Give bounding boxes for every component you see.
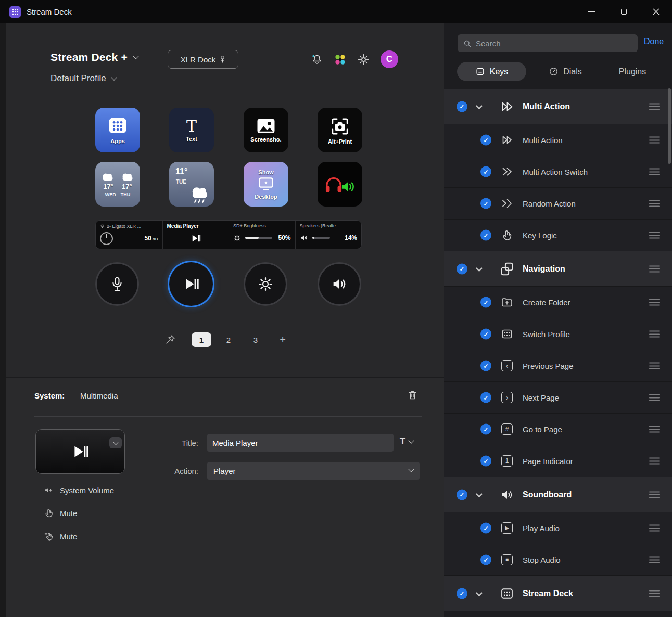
chevron-down-icon[interactable] [476, 491, 483, 497]
checked-circle-icon[interactable] [480, 361, 491, 371]
drag-handle-icon[interactable] [649, 169, 660, 175]
drag-handle-icon[interactable] [649, 491, 660, 498]
action-item-create-folder[interactable]: Create Folder [444, 287, 672, 318]
checked-circle-icon[interactable] [457, 101, 467, 112]
page-button-1[interactable]: 1 [192, 332, 211, 347]
scrollbar-thumb[interactable] [668, 88, 671, 164]
dial-play-pause[interactable] [168, 261, 214, 307]
checked-circle-icon[interactable] [457, 263, 467, 274]
title-input[interactable] [207, 434, 394, 452]
checked-circle-icon[interactable] [480, 297, 491, 308]
action-select[interactable]: Player [207, 462, 420, 480]
checked-circle-icon[interactable] [480, 523, 491, 534]
chevron-down-icon[interactable] [133, 53, 138, 59]
chevron-down-icon[interactable] [476, 589, 483, 596]
page-button-2[interactable]: 2 [219, 332, 238, 347]
tab-dials[interactable]: Dials [539, 62, 591, 81]
action-item-next-page[interactable]: › Next Page [444, 382, 672, 414]
drag-handle-icon[interactable] [649, 557, 660, 563]
maximize-button[interactable] [607, 0, 640, 23]
action-group-soundboard[interactable]: Soundboard [444, 477, 672, 512]
preview-options-button[interactable] [109, 437, 122, 448]
key-screenshot[interactable]: Screensho. [244, 108, 288, 152]
close-button[interactable] [640, 0, 672, 23]
font-style-button[interactable]: T [400, 436, 413, 447]
option-mute-1[interactable]: Mute [44, 506, 77, 520]
delete-action-icon[interactable] [407, 389, 418, 401]
tab-keys[interactable]: Keys [457, 62, 526, 81]
checked-circle-icon[interactable] [480, 198, 491, 209]
brightness-slider[interactable] [245, 237, 272, 239]
action-group-stream-deck[interactable]: Stream Deck [444, 576, 672, 611]
key-show-desktop[interactable]: Show Desktop [244, 162, 288, 207]
drag-handle-icon[interactable] [649, 394, 660, 401]
checked-circle-icon[interactable] [480, 392, 491, 403]
done-link[interactable]: Done [644, 37, 664, 46]
drag-handle-icon[interactable] [649, 363, 660, 369]
action-item-page-indicator[interactable]: 1 Page Indicator [444, 445, 672, 477]
key-weather-tue[interactable]: 11° TUE [169, 162, 214, 207]
drag-handle-icon[interactable] [649, 137, 660, 144]
action-item-switch-profile[interactable]: Switch Profile [444, 318, 672, 350]
action-item-previous-page[interactable]: ‹ Previous Page [444, 350, 672, 382]
dial-volume[interactable] [318, 262, 361, 306]
drag-handle-icon[interactable] [649, 458, 660, 465]
checked-circle-icon[interactable] [480, 456, 491, 467]
page-button-3[interactable]: 3 [246, 332, 265, 347]
option-mute-2[interactable]: Mute [44, 530, 77, 543]
drag-handle-icon[interactable] [649, 590, 660, 597]
action-item-multi-action[interactable]: Multi Action [444, 124, 672, 156]
drag-handle-icon[interactable] [649, 426, 660, 433]
action-item-go-to-page[interactable]: # Go to Page [444, 414, 672, 445]
pin-page-icon[interactable] [164, 334, 176, 345]
drag-handle-icon[interactable] [649, 103, 660, 110]
drag-handle-icon[interactable] [649, 331, 660, 338]
drag-handle-icon[interactable] [649, 265, 660, 272]
dial-brightness[interactable] [244, 262, 287, 306]
strip-segment-media-player[interactable]: Media Player [162, 221, 229, 249]
drag-handle-icon[interactable] [649, 232, 660, 239]
strip-segment-speakers[interactable]: Speakers (Realte... 14% [295, 221, 362, 249]
action-group-multi-action[interactable]: Multi Action [444, 89, 672, 124]
search-box[interactable] [458, 34, 638, 52]
xlr-dock-button[interactable]: XLR Dock [168, 50, 238, 69]
key-alt-print[interactable]: Alt+Print [318, 108, 362, 152]
drag-handle-icon[interactable] [649, 299, 660, 306]
checked-circle-icon[interactable] [457, 489, 467, 500]
notifications-bell-icon[interactable] [311, 53, 323, 66]
dial-microphone[interactable] [95, 262, 139, 306]
tab-plugins[interactable]: Plugins [606, 62, 658, 81]
key-weather-two-day[interactable]: 17° 17° WED THU [95, 162, 140, 207]
checked-circle-icon[interactable] [480, 230, 491, 241]
device-selector[interactable]: Stream Deck + [50, 51, 138, 63]
search-input[interactable] [476, 39, 622, 48]
option-system-volume[interactable]: System Volume [44, 483, 114, 497]
key-text[interactable]: T Text [169, 108, 214, 152]
action-item-stop-audio[interactable]: ■ Stop Audio [444, 544, 672, 576]
action-item-key-logic[interactable]: Key Logic [444, 220, 672, 251]
key-preview[interactable] [35, 429, 125, 474]
minimize-button[interactable] [575, 0, 607, 23]
checked-circle-icon[interactable] [457, 588, 467, 599]
action-item-play-audio[interactable]: ▶ Play Audio [444, 512, 672, 544]
checked-circle-icon[interactable] [480, 329, 491, 340]
key-apps[interactable]: Apps [95, 108, 140, 152]
strip-segment-xlr-gain[interactable]: 2- Elgato XLR ... 50dB [96, 221, 162, 249]
checked-circle-icon[interactable] [480, 555, 491, 565]
add-page-button[interactable]: + [273, 332, 293, 347]
checked-circle-icon[interactable] [480, 166, 491, 177]
checked-circle-icon[interactable] [480, 424, 491, 435]
drag-handle-icon[interactable] [649, 200, 660, 207]
strip-segment-brightness[interactable]: SD+ Brightness 50% [229, 221, 295, 249]
account-avatar[interactable]: C [381, 50, 398, 68]
action-item-random-action[interactable]: Random Action [444, 188, 672, 220]
chevron-down-icon[interactable] [476, 265, 483, 272]
settings-gear-icon[interactable] [357, 53, 370, 66]
action-item-multi-action-switch[interactable]: Multi Action Switch [444, 156, 672, 188]
profile-selector[interactable]: Default Profile [50, 73, 116, 84]
drag-handle-icon[interactable] [649, 525, 660, 532]
key-audio-toggle[interactable] [318, 162, 362, 207]
chevron-down-icon[interactable] [111, 74, 117, 80]
marketplace-icon[interactable] [334, 53, 347, 66]
chevron-down-icon[interactable] [476, 102, 483, 109]
